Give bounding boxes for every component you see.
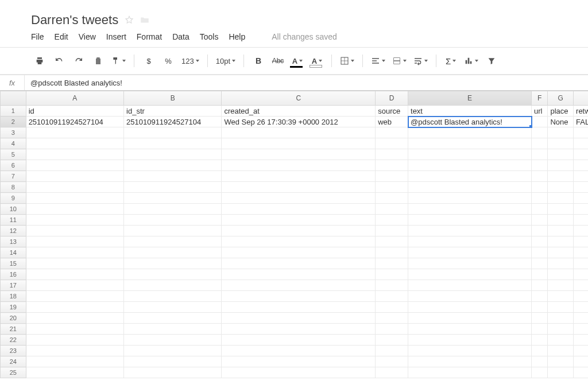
cell[interactable] bbox=[408, 215, 532, 226]
redo-icon[interactable] bbox=[70, 55, 87, 67]
row-header[interactable]: 4 bbox=[1, 138, 26, 149]
format-percent[interactable]: % bbox=[160, 55, 177, 67]
menu-help[interactable]: Help bbox=[229, 32, 245, 41]
cell[interactable] bbox=[532, 171, 548, 182]
cell[interactable] bbox=[376, 313, 408, 324]
cell[interactable] bbox=[222, 324, 376, 335]
cell[interactable] bbox=[26, 280, 123, 291]
cell[interactable] bbox=[376, 247, 408, 258]
cell[interactable] bbox=[574, 269, 588, 280]
cell[interactable] bbox=[548, 291, 574, 302]
cell[interactable] bbox=[574, 127, 588, 138]
spreadsheet-grid[interactable]: A B C D E F G 1idid_strcreated_atsourcet… bbox=[0, 91, 588, 378]
cell[interactable] bbox=[548, 226, 574, 236]
cell[interactable] bbox=[124, 247, 222, 258]
row-header[interactable]: 9 bbox=[1, 193, 26, 204]
cell[interactable] bbox=[124, 258, 222, 269]
cell[interactable] bbox=[532, 335, 548, 346]
cell[interactable] bbox=[548, 127, 574, 138]
cell[interactable] bbox=[532, 346, 548, 356]
borders-icon[interactable] bbox=[338, 55, 357, 67]
align-icon[interactable] bbox=[369, 55, 388, 67]
cell[interactable] bbox=[532, 324, 548, 335]
cell[interactable] bbox=[26, 171, 123, 182]
cell[interactable] bbox=[532, 204, 548, 215]
cell[interactable] bbox=[376, 215, 408, 226]
cell[interactable] bbox=[408, 356, 532, 367]
cell[interactable] bbox=[574, 280, 588, 291]
cell[interactable] bbox=[222, 138, 376, 149]
col-header-D[interactable]: D bbox=[376, 91, 408, 106]
cell[interactable] bbox=[124, 149, 222, 160]
cell[interactable] bbox=[548, 280, 574, 291]
cell[interactable] bbox=[574, 138, 588, 149]
cell[interactable] bbox=[574, 356, 588, 367]
cell[interactable] bbox=[548, 367, 574, 378]
row-header[interactable]: 24 bbox=[1, 356, 26, 367]
cell[interactable] bbox=[548, 324, 574, 335]
cell[interactable] bbox=[222, 160, 376, 171]
cell[interactable] bbox=[408, 302, 532, 313]
cell[interactable] bbox=[124, 215, 222, 226]
row-header[interactable]: 1 bbox=[1, 106, 26, 117]
cell[interactable] bbox=[124, 335, 222, 346]
cell[interactable] bbox=[408, 160, 532, 171]
cell[interactable] bbox=[26, 324, 123, 335]
cell[interactable] bbox=[222, 226, 376, 236]
menu-tools[interactable]: Tools bbox=[200, 32, 219, 41]
cell[interactable] bbox=[574, 193, 588, 204]
format-currency[interactable]: $ bbox=[140, 55, 157, 67]
cell[interactable] bbox=[548, 335, 574, 346]
cell[interactable] bbox=[532, 280, 548, 291]
cell[interactable] bbox=[376, 193, 408, 204]
cell[interactable] bbox=[26, 258, 123, 269]
cell[interactable] bbox=[222, 313, 376, 324]
cell[interactable] bbox=[408, 236, 532, 247]
cell[interactable] bbox=[548, 182, 574, 193]
cell[interactable] bbox=[124, 346, 222, 356]
cell[interactable] bbox=[376, 302, 408, 313]
cell[interactable] bbox=[548, 313, 574, 324]
col-header-B[interactable]: B bbox=[124, 91, 222, 106]
valign-icon[interactable] bbox=[390, 55, 409, 67]
cell[interactable] bbox=[26, 182, 123, 193]
row-header[interactable]: 15 bbox=[1, 258, 26, 269]
cell[interactable] bbox=[408, 258, 532, 269]
cell[interactable] bbox=[222, 367, 376, 378]
row-header[interactable]: 12 bbox=[1, 226, 26, 236]
cell[interactable] bbox=[26, 204, 123, 215]
cell[interactable] bbox=[26, 149, 123, 160]
cell[interactable] bbox=[532, 193, 548, 204]
cell[interactable] bbox=[124, 204, 222, 215]
cell[interactable] bbox=[548, 356, 574, 367]
cell[interactable] bbox=[222, 280, 376, 291]
cell[interactable] bbox=[222, 204, 376, 215]
cell[interactable] bbox=[532, 117, 548, 127]
cell[interactable] bbox=[532, 127, 548, 138]
cell[interactable] bbox=[26, 138, 123, 149]
cell[interactable] bbox=[26, 302, 123, 313]
cell[interactable] bbox=[532, 313, 548, 324]
cell[interactable] bbox=[222, 149, 376, 160]
cell[interactable] bbox=[574, 182, 588, 193]
cell[interactable]: 251010911924527104 bbox=[26, 117, 123, 127]
cell[interactable] bbox=[574, 171, 588, 182]
cell[interactable] bbox=[222, 215, 376, 226]
cell[interactable] bbox=[408, 291, 532, 302]
cell[interactable] bbox=[376, 335, 408, 346]
cell[interactable] bbox=[574, 226, 588, 236]
cell[interactable] bbox=[124, 236, 222, 247]
cell[interactable] bbox=[532, 149, 548, 160]
cell[interactable] bbox=[408, 182, 532, 193]
cell[interactable] bbox=[376, 160, 408, 171]
cell[interactable] bbox=[26, 313, 123, 324]
cell[interactable] bbox=[26, 247, 123, 258]
cell[interactable] bbox=[408, 204, 532, 215]
cell[interactable] bbox=[26, 269, 123, 280]
cell[interactable] bbox=[574, 346, 588, 356]
text-color[interactable]: A bbox=[289, 55, 306, 67]
cell[interactable] bbox=[376, 291, 408, 302]
cell[interactable] bbox=[408, 127, 532, 138]
cell[interactable] bbox=[124, 302, 222, 313]
cell[interactable] bbox=[376, 182, 408, 193]
